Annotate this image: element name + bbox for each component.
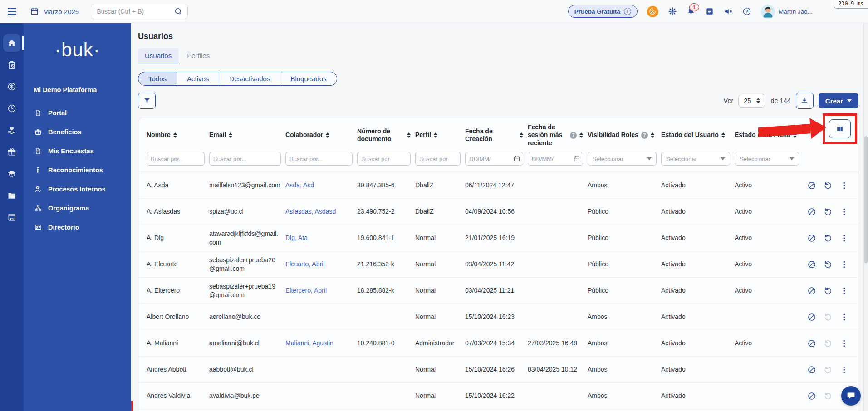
trial-badge[interactable]: Prueba Gratuita bbox=[568, 5, 638, 18]
row-menu-icon[interactable] bbox=[840, 207, 849, 216]
cell-colaborador[interactable]: Asfasdas, Asdasd bbox=[285, 203, 353, 220]
global-search[interactable] bbox=[91, 4, 188, 19]
cell-documento: 30.847.385-6 bbox=[357, 177, 411, 194]
column-header-sesion[interactable]: Fecha de sesión más reciente bbox=[528, 123, 583, 147]
cell-documento bbox=[357, 313, 411, 321]
block-user-icon[interactable] bbox=[807, 181, 816, 190]
block-user-icon[interactable] bbox=[807, 260, 816, 269]
row-menu-icon[interactable] bbox=[840, 234, 849, 243]
sidebar-item-reconocimientos[interactable]: Reconocimientos bbox=[24, 161, 131, 180]
search-input[interactable] bbox=[96, 7, 174, 15]
help-icon[interactable]: ? bbox=[742, 7, 751, 16]
row-menu-icon[interactable] bbox=[840, 181, 849, 190]
news-icon[interactable] bbox=[705, 7, 714, 16]
filter-bloqueados[interactable]: Bloqueados bbox=[280, 72, 337, 86]
reset-password-icon[interactable] bbox=[824, 207, 833, 216]
filter-select-visibilidad[interactable]: Seleccionar bbox=[588, 152, 657, 166]
tab-perfiles[interactable]: Perfiles bbox=[180, 48, 216, 64]
block-user-icon[interactable] bbox=[807, 391, 816, 401]
table-body: A. Asdamailfalso123@gmail.comAsda, Asd30… bbox=[138, 172, 858, 411]
cell-colaborador[interactable]: Malianni, Agustin bbox=[285, 335, 353, 352]
reset-password-icon[interactable] bbox=[824, 260, 833, 269]
column-header-estado_usuario[interactable]: Estado del Usuario bbox=[661, 131, 730, 139]
cell-colaborador[interactable]: Elcuarto, Abril bbox=[285, 256, 353, 273]
block-user-icon[interactable] bbox=[807, 313, 816, 322]
filter-input-colaborador[interactable] bbox=[285, 152, 353, 166]
column-header-estado_ficha[interactable]: Estado de la Ficha bbox=[735, 131, 799, 139]
block-user-icon[interactable] bbox=[807, 234, 816, 243]
block-user-icon[interactable] bbox=[807, 339, 816, 348]
rail-item-home[interactable] bbox=[3, 34, 20, 52]
column-header-perfil[interactable]: Perfil bbox=[415, 131, 461, 139]
cell-perfil: Normal bbox=[415, 308, 461, 325]
scrollbar-thumb[interactable] bbox=[864, 136, 868, 263]
row-menu-icon[interactable] bbox=[840, 286, 849, 295]
sidebar-item-organigrama[interactable]: Organigrama bbox=[24, 199, 131, 218]
megaphone-icon[interactable] bbox=[724, 7, 733, 16]
reset-password-icon[interactable] bbox=[824, 286, 833, 295]
cell-colaborador[interactable]: Dlg, Ata bbox=[285, 230, 353, 246]
period-selector[interactable]: Marzo 2025 bbox=[30, 7, 79, 16]
rail-item-hand-heart[interactable] bbox=[3, 122, 20, 139]
column-header-colaborador[interactable]: Colaborador bbox=[285, 131, 353, 139]
reset-password-icon[interactable] bbox=[824, 234, 833, 243]
row-menu-icon[interactable] bbox=[840, 339, 849, 348]
rail-item-folder[interactable] bbox=[3, 187, 20, 204]
block-user-icon[interactable] bbox=[807, 365, 816, 374]
reset-password-icon[interactable] bbox=[824, 313, 833, 322]
page-scrollbar[interactable] bbox=[863, 23, 868, 411]
rail-item-storefront[interactable] bbox=[3, 209, 20, 226]
cell-email: aabbott@buk.cl bbox=[209, 361, 281, 378]
reset-password-icon[interactable] bbox=[824, 181, 833, 190]
row-menu-icon[interactable] bbox=[840, 260, 849, 269]
filter-activos[interactable]: Activos bbox=[177, 72, 219, 86]
user-menu[interactable]: Martín Jad... bbox=[761, 5, 813, 19]
column-header-email[interactable]: Email bbox=[209, 131, 281, 139]
sidebar-item-directorio[interactable]: Directorio bbox=[24, 218, 131, 237]
column-header-visibilidad[interactable]: Visibilidad Roles bbox=[588, 131, 657, 139]
filter-input-nombre[interactable] bbox=[147, 152, 205, 166]
filter-select-estado_usuario[interactable]: Seleccionar bbox=[661, 152, 730, 166]
tab-usuarios[interactable]: Usuarios bbox=[138, 48, 178, 64]
sidebar-item-portal[interactable]: Portal bbox=[24, 103, 131, 122]
sidebar-item-procesos-internos[interactable]: Procesos Internos bbox=[24, 180, 131, 199]
reset-password-icon[interactable] bbox=[824, 365, 833, 374]
status-target-button[interactable] bbox=[647, 6, 658, 17]
column-header-creacion[interactable]: Fecha de Creación bbox=[465, 127, 523, 143]
filter-todos[interactable]: Todos bbox=[138, 72, 177, 86]
sidebar-item-mis-encuestas[interactable]: Mis Encuestas bbox=[24, 142, 131, 161]
sidebar-item-beneficios[interactable]: Beneficios bbox=[24, 122, 131, 142]
rail-item-gift[interactable] bbox=[3, 143, 20, 161]
settings-gear-icon[interactable] bbox=[668, 7, 677, 16]
filter-desactivados[interactable]: Desactivados bbox=[219, 72, 280, 86]
reset-password-icon[interactable] bbox=[824, 391, 833, 401]
cell-estado_usuario: Activado bbox=[661, 256, 730, 273]
chat-fab-button[interactable] bbox=[841, 386, 861, 406]
hamburger-menu-icon[interactable] bbox=[8, 8, 16, 15]
row-menu-icon[interactable] bbox=[840, 365, 849, 374]
row-menu-icon[interactable] bbox=[840, 313, 849, 322]
columns-settings-button[interactable] bbox=[829, 119, 851, 138]
page-size-select[interactable]: 25 bbox=[738, 94, 765, 108]
cell-colaborador[interactable]: Asda, Asd bbox=[285, 177, 353, 194]
rail-item-clock[interactable] bbox=[3, 100, 20, 117]
filter-input-perfil[interactable] bbox=[415, 152, 461, 166]
filter-funnel-button[interactable] bbox=[138, 93, 156, 109]
notifications-button[interactable]: 1 bbox=[687, 7, 696, 16]
rail-item-graduation-cap[interactable] bbox=[3, 165, 20, 182]
column-header-documento[interactable]: Número de documento bbox=[357, 127, 411, 143]
reset-password-icon[interactable] bbox=[824, 339, 833, 348]
cell-colaborador[interactable]: Eltercero, Abril bbox=[285, 282, 353, 299]
create-button[interactable]: Crear bbox=[819, 93, 858, 108]
rail-item-clipboard-clock[interactable] bbox=[3, 56, 20, 73]
column-header-nombre[interactable]: Nombre bbox=[147, 131, 205, 139]
block-user-icon[interactable] bbox=[807, 207, 816, 216]
filter-select-estado_ficha[interactable]: Seleccionar bbox=[735, 152, 799, 166]
block-user-icon[interactable] bbox=[807, 286, 816, 295]
filter-input-documento[interactable] bbox=[357, 152, 411, 166]
download-button[interactable] bbox=[796, 93, 814, 109]
filter-input-email[interactable] bbox=[209, 152, 281, 166]
search-icon[interactable] bbox=[174, 7, 183, 16]
rail-item-dollar[interactable] bbox=[3, 78, 20, 95]
download-icon bbox=[800, 97, 809, 105]
